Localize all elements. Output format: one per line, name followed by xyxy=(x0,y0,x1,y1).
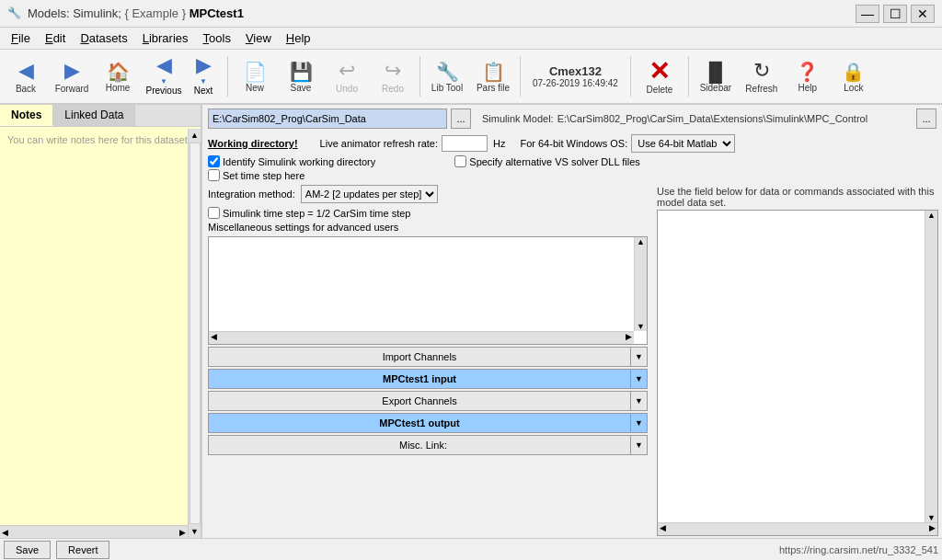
minimize-button[interactable]: — xyxy=(856,5,879,23)
cmd-hscroll-left[interactable]: ◀ xyxy=(658,523,668,535)
delete-icon: ✕ xyxy=(649,59,670,85)
misc-vscroll-down[interactable]: ▼ xyxy=(635,322,647,331)
help-button[interactable]: ❓ Help xyxy=(786,51,830,101)
maximize-button[interactable]: ☐ xyxy=(883,5,907,23)
cmd-hscroll-right[interactable]: ▶ xyxy=(927,523,937,535)
set-time-step-checkbox[interactable] xyxy=(208,169,220,181)
left-vscroll-down[interactable]: ▼ xyxy=(189,525,201,538)
lock-button[interactable]: 🔒 Lock xyxy=(832,51,876,101)
misc-textarea-wrapper: ▲ ▼ ◀ ▶ xyxy=(208,236,648,345)
sidebar-button[interactable]: ▐▌ Sidebar xyxy=(694,51,738,101)
next-button[interactable]: ▶ ▼ xyxy=(185,52,222,86)
back-button[interactable]: ◀ Back xyxy=(4,51,48,101)
misc-textarea[interactable] xyxy=(209,237,647,344)
separator-5 xyxy=(688,56,689,97)
previous-button[interactable]: ◀ ▼ xyxy=(143,52,185,86)
import-channel-active-button[interactable]: MPCtest1 input xyxy=(208,369,631,389)
revert-button[interactable]: Revert xyxy=(56,541,109,559)
export-channels-arrow[interactable]: ▼ xyxy=(631,391,648,411)
path-row: ... Simulink Model: E:\CarSim802_Prog\Ca… xyxy=(202,105,942,132)
separator-1 xyxy=(227,56,228,97)
vs-solver-checkbox[interactable] xyxy=(454,155,466,167)
import-channel-active-arrow[interactable]: ▼ xyxy=(631,369,648,389)
content-columns: Integration method: AM-2 [2 updates per … xyxy=(202,182,942,538)
redo-button[interactable]: ↪ Redo xyxy=(371,51,415,101)
commands-area: ▲ ▼ ◀ ▶ xyxy=(657,210,938,536)
save-toolbar-button[interactable]: 💾 Save xyxy=(279,51,323,101)
cmd-vscroll-down[interactable]: ▼ xyxy=(925,513,937,522)
simulink-timestep-label: Simulink time step = 1/2 CarSim time ste… xyxy=(208,207,411,219)
forward-button[interactable]: ▶ Forward xyxy=(50,51,94,101)
pars-file-icon: 📋 xyxy=(482,61,505,83)
simulink-timestep-checkbox[interactable] xyxy=(208,207,220,219)
working-dir-row: Working directory! Live animator refresh… xyxy=(202,132,942,154)
back-icon: ◀ xyxy=(18,59,34,83)
integration-select[interactable]: AM-2 [2 updates per step] xyxy=(301,185,438,203)
menu-datasets[interactable]: Datasets xyxy=(73,29,134,47)
path-browse-button[interactable]: ... xyxy=(451,109,471,129)
left-hscroll-right-arrow[interactable]: ▶ xyxy=(178,528,188,537)
left-panel: Notes Linked Data You can write notes he… xyxy=(0,105,202,538)
tab-linked-data[interactable]: Linked Data xyxy=(53,105,135,126)
col-right: Use the field below for data or commands… xyxy=(653,182,942,538)
commands-textarea[interactable] xyxy=(658,211,925,522)
export-channel-active-button[interactable]: MPCtest1 output xyxy=(208,413,631,433)
live-anim-input[interactable] xyxy=(442,135,488,152)
close-button[interactable]: ✕ xyxy=(911,5,935,23)
left-vscroll[interactable]: ▲ ▼ xyxy=(188,129,201,538)
vs-solver-check-label: Specify alternative VS solver DLL files xyxy=(454,155,639,167)
misc-hscroll-left[interactable]: ◀ xyxy=(209,332,219,344)
left-hscroll[interactable]: ◀ ▶ xyxy=(0,525,188,538)
import-channels-arrow[interactable]: ▼ xyxy=(631,347,648,367)
menu-help[interactable]: Help xyxy=(279,29,318,47)
save-button[interactable]: Save xyxy=(4,541,51,559)
app-icon: 🔧 xyxy=(7,6,22,21)
prev-next-group: ◀ ▼ ▶ ▼ Previous Next xyxy=(142,51,223,101)
set-time-step-check-label: Set time step here xyxy=(208,169,304,181)
cmd-vscroll[interactable]: ▲ ▼ xyxy=(925,211,937,522)
misc-vscroll[interactable]: ▲ ▼ xyxy=(634,237,647,331)
export-channel-active-row: MPCtest1 output ▼ xyxy=(208,413,648,433)
home-button[interactable]: 🏠 Home xyxy=(96,51,140,101)
delete-button[interactable]: ✕ Delete xyxy=(636,51,684,101)
new-icon: 📄 xyxy=(244,61,267,83)
next-icon: ▶ xyxy=(196,53,212,77)
path-input[interactable] xyxy=(208,109,447,129)
misc-link-button[interactable]: Misc. Link: xyxy=(208,435,631,455)
menu-tools[interactable]: Tools xyxy=(196,29,238,47)
undo-button[interactable]: ↩ Undo xyxy=(325,51,369,101)
menu-edit[interactable]: Edit xyxy=(38,29,73,47)
pars-file-button[interactable]: 📋 Pars file xyxy=(471,51,515,101)
left-vscroll-up[interactable]: ▲ xyxy=(189,129,201,142)
forward-icon: ▶ xyxy=(64,59,80,83)
sim-model-browse-button[interactable]: ... xyxy=(916,109,936,129)
lib-tool-button[interactable]: 🔧 Lib Tool xyxy=(425,51,469,101)
menu-file[interactable]: File xyxy=(4,29,38,47)
identify-simulink-checkbox[interactable] xyxy=(208,155,220,167)
misc-vscroll-up[interactable]: ▲ xyxy=(635,237,647,246)
tab-notes[interactable]: Notes xyxy=(0,105,53,126)
misc-link-arrow[interactable]: ▼ xyxy=(631,435,648,455)
previous-icon: ◀ xyxy=(156,53,172,77)
live-anim-label: Live animator refresh rate: xyxy=(320,138,438,149)
misc-hscroll[interactable]: ◀ ▶ xyxy=(209,331,634,344)
win-os-select[interactable]: Use 64-bit Matlab xyxy=(631,134,735,153)
bottom-bar: Save Revert https://ring.carsim.net/ru_3… xyxy=(0,538,942,560)
left-hscroll-left-arrow[interactable]: ◀ xyxy=(0,528,10,537)
menu-libraries[interactable]: Libraries xyxy=(135,29,196,47)
export-channels-button[interactable]: Export Channels xyxy=(208,391,631,411)
hz-label: Hz xyxy=(493,138,505,149)
working-dir-label: Working directory! xyxy=(208,138,298,149)
misc-hscroll-right[interactable]: ▶ xyxy=(624,332,634,344)
save-icon: 💾 xyxy=(290,61,313,83)
cmd-vscroll-up[interactable]: ▲ xyxy=(925,211,937,220)
menu-view[interactable]: View xyxy=(238,29,279,47)
status-url: https://ring.carsim.net/ru_3332_541 xyxy=(779,544,938,555)
sidebar-icon: ▐▌ xyxy=(703,61,729,83)
cmd-hscroll[interactable]: ◀ ▶ xyxy=(658,522,937,535)
import-channels-button[interactable]: Import Channels xyxy=(208,347,631,367)
new-button[interactable]: 📄 New xyxy=(233,51,277,101)
export-channel-active-arrow[interactable]: ▼ xyxy=(631,413,648,433)
main-area: Notes Linked Data You can write notes he… xyxy=(0,105,942,538)
refresh-button[interactable]: ↻ Refresh xyxy=(740,51,784,101)
